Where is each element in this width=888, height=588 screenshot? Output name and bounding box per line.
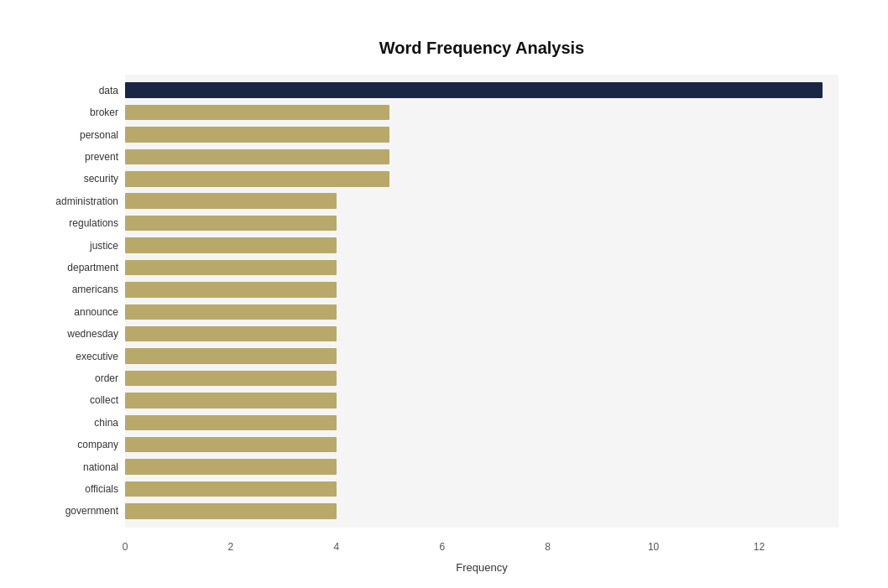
chart-title: Word Frequency Analysis xyxy=(125,39,838,58)
bar-fill xyxy=(125,326,337,341)
bar-label: officials xyxy=(18,483,118,495)
bar-fill xyxy=(125,282,337,297)
bar-fill xyxy=(125,304,337,320)
bar-label: personal xyxy=(18,129,118,141)
bars-wrapper: databrokerpersonalpreventsecurityadminis… xyxy=(125,75,838,528)
x-axis-label: Frequency xyxy=(456,561,507,574)
x-tick: 6 xyxy=(439,541,445,553)
x-tick: 4 xyxy=(334,541,340,553)
bar-label: broker xyxy=(18,107,118,118)
bar-fill xyxy=(125,393,337,408)
bar-label: company xyxy=(18,439,118,450)
bar-label: china xyxy=(18,417,118,429)
bar-label: data xyxy=(18,85,118,96)
bar-label: collect xyxy=(18,394,118,406)
bar-fill xyxy=(125,459,337,474)
bar-fill xyxy=(125,481,337,497)
bar-row: officials xyxy=(125,478,838,500)
bar-row: personal xyxy=(125,123,838,145)
bar-row: americans xyxy=(125,278,838,300)
x-tick: 0 xyxy=(123,541,128,553)
bar-row: government xyxy=(125,500,838,522)
bar-fill xyxy=(125,371,337,386)
bar-fill xyxy=(125,415,337,430)
bar-row: national xyxy=(125,455,838,477)
x-tick: 12 xyxy=(754,541,765,553)
bar-fill xyxy=(125,437,337,452)
bar-fill xyxy=(125,237,337,252)
bar-fill xyxy=(125,260,337,275)
bar-row: data xyxy=(125,80,838,101)
bar-row: order xyxy=(125,367,838,389)
bar-label: executive xyxy=(18,351,118,362)
bar-row: executive xyxy=(125,345,838,367)
bar-fill xyxy=(125,105,389,120)
bar-row: regulations xyxy=(125,212,838,234)
bar-label: government xyxy=(18,505,118,517)
chart-container: Word Frequency Analysis databrokerperson… xyxy=(16,13,872,575)
bar-label: national xyxy=(18,461,118,473)
bar-row: prevent xyxy=(125,146,838,168)
bar-row: broker xyxy=(125,101,838,123)
bar-row: china xyxy=(125,412,838,434)
x-tick: 2 xyxy=(228,541,234,553)
bar-label: administration xyxy=(18,195,118,207)
bar-row: company xyxy=(125,434,838,455)
bar-label: department xyxy=(18,262,118,273)
bar-row: security xyxy=(125,168,838,190)
bar-row: wednesday xyxy=(125,323,838,345)
x-tick: 8 xyxy=(545,541,551,553)
bar-label: regulations xyxy=(18,217,118,229)
bar-fill xyxy=(125,193,337,208)
x-tick: 10 xyxy=(648,541,659,553)
bar-fill xyxy=(125,216,337,231)
bar-fill xyxy=(125,503,337,518)
bar-row: administration xyxy=(125,190,838,212)
bar-fill xyxy=(125,149,389,164)
bar-fill xyxy=(125,82,823,97)
bar-row: collect xyxy=(125,389,838,411)
chart-area: databrokerpersonalpreventsecurityadminis… xyxy=(125,75,838,528)
bar-row: department xyxy=(125,257,838,278)
bar-label: americans xyxy=(18,284,118,295)
bar-label: announce xyxy=(18,306,118,318)
bar-fill xyxy=(125,348,337,363)
bar-row: announce xyxy=(125,301,838,323)
bar-row: justice xyxy=(125,234,838,256)
bar-label: justice xyxy=(18,240,118,252)
bar-fill xyxy=(125,171,389,186)
bar-label: order xyxy=(18,372,118,384)
bar-fill xyxy=(125,127,389,142)
bar-label: security xyxy=(18,173,118,185)
bar-label: prevent xyxy=(18,151,118,163)
bar-label: wednesday xyxy=(18,328,118,340)
